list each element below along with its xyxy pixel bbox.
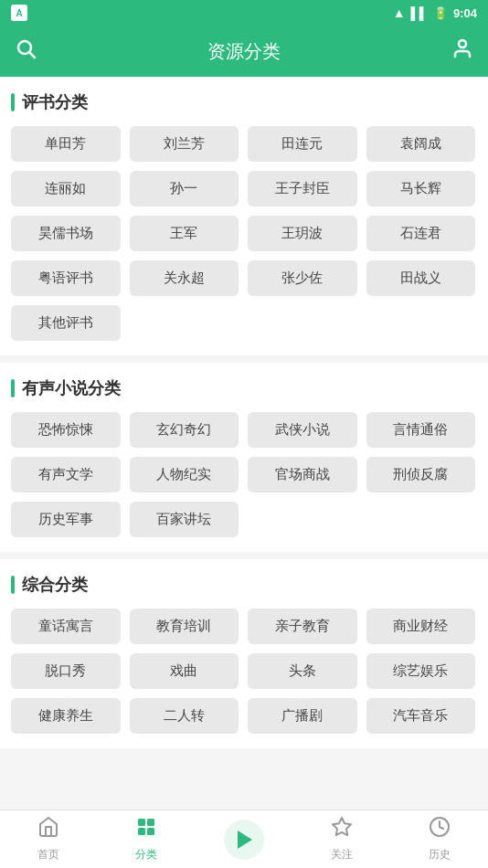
- nav-history-label: 历史: [429, 847, 451, 863]
- tag-item[interactable]: 脱口秀: [11, 653, 121, 689]
- tag-item[interactable]: 武侠小说: [248, 412, 357, 448]
- nav-play[interactable]: [196, 810, 293, 868]
- nav-home-label: 首页: [37, 847, 59, 863]
- play-triangle-icon: [238, 831, 252, 849]
- tag-item[interactable]: 孙一: [130, 171, 239, 206]
- nav-home[interactable]: 首页: [0, 810, 98, 868]
- tag-item[interactable]: 亲子教育: [248, 609, 357, 644]
- tag-item[interactable]: 石连君: [366, 216, 476, 251]
- tag-item[interactable]: 官场商战: [248, 457, 357, 492]
- svg-marker-7: [333, 818, 351, 835]
- tag-item[interactable]: 刑侦反腐: [366, 457, 476, 492]
- tag-item[interactable]: 田战义: [366, 260, 476, 296]
- tag-item[interactable]: 袁阔成: [366, 126, 476, 162]
- grid-icon: [135, 816, 157, 843]
- svg-rect-6: [147, 828, 154, 835]
- tag-item[interactable]: 历史军事: [11, 502, 121, 537]
- section-audionovel: 有声小说分类 恐怖惊悚 玄幻奇幻 武侠小说 言情通俗 有声文学 人物纪实 官场商…: [0, 363, 488, 552]
- star-icon: [331, 816, 353, 843]
- tag-item[interactable]: 昊儒书场: [11, 216, 121, 251]
- tag-item[interactable]: 张少佐: [248, 260, 357, 296]
- section-title-pingping: 评书分类: [11, 91, 477, 113]
- tag-item[interactable]: 商业财经: [366, 609, 476, 644]
- tag-item[interactable]: 田连元: [248, 126, 357, 162]
- nav-category-label: 分类: [135, 847, 157, 863]
- tag-item[interactable]: 其他评书: [11, 305, 121, 341]
- tag-item[interactable]: 二人转: [130, 698, 239, 734]
- tag-item[interactable]: 综艺娱乐: [366, 653, 476, 689]
- status-bar-right: ▲ ▌▌ 🔋 9:04: [393, 5, 477, 20]
- tag-grid-pingping: 单田芳 刘兰芳 田连元 袁阔成 连丽如 孙一 王子封臣 马长辉 昊儒书场 王军 …: [11, 126, 477, 348]
- home-icon: [37, 816, 59, 843]
- tag-item[interactable]: 恐怖惊悚: [11, 412, 121, 448]
- battery-icon: 🔋: [433, 6, 448, 20]
- wifi-icon: ▲: [393, 5, 406, 20]
- tag-item[interactable]: 百家讲坛: [130, 502, 239, 537]
- status-bar: A ▲ ▌▌ 🔋 9:04: [0, 0, 488, 26]
- tag-item[interactable]: 刘兰芳: [130, 126, 239, 162]
- tag-item[interactable]: 教育培训: [130, 609, 239, 644]
- page-title: 资源分类: [207, 39, 281, 64]
- app-header: 资源分类: [0, 26, 488, 77]
- tag-item[interactable]: 广播剧: [248, 698, 357, 734]
- tag-item[interactable]: 有声文学: [11, 457, 121, 492]
- tag-item[interactable]: 童话寓言: [11, 609, 121, 644]
- main-content: 评书分类 单田芳 刘兰芳 田连元 袁阔成 连丽如 孙一 王子封臣 马长辉 昊儒书…: [0, 77, 488, 820]
- clock-icon: [429, 816, 451, 843]
- time-display: 9:04: [453, 6, 477, 20]
- svg-point-2: [459, 40, 466, 48]
- svg-rect-5: [138, 828, 145, 835]
- nav-follow[interactable]: 关注: [292, 810, 390, 868]
- bottom-nav: 首页 分类 关注: [0, 810, 488, 868]
- svg-line-1: [30, 53, 36, 58]
- nav-history[interactable]: 历史: [390, 810, 488, 868]
- tag-item[interactable]: 粤语评书: [11, 260, 121, 296]
- tag-item[interactable]: 王军: [130, 216, 239, 251]
- nav-category[interactable]: 分类: [98, 810, 196, 868]
- tag-item[interactable]: 人物纪实: [130, 457, 239, 492]
- tag-item[interactable]: 言情通俗: [366, 412, 476, 448]
- signal-bars: ▌▌: [411, 6, 428, 20]
- tag-item[interactable]: 健康养生: [11, 698, 121, 734]
- tag-item[interactable]: 戏曲: [130, 653, 239, 689]
- nav-follow-label: 关注: [331, 847, 353, 863]
- tag-grid-audionovel: 恐怖惊悚 玄幻奇幻 武侠小说 言情通俗 有声文学 人物纪实 官场商战 刑侦反腐 …: [11, 412, 477, 545]
- tag-grid-integrated: 童话寓言 教育培训 亲子教育 商业财经 脱口秀 戏曲 头条 综艺娱乐 健康养生 …: [11, 609, 477, 741]
- tag-item[interactable]: 王玥波: [248, 216, 357, 251]
- section-title-integrated: 综合分类: [11, 574, 477, 596]
- tag-item[interactable]: 马长辉: [366, 171, 476, 206]
- tag-item[interactable]: 关永超: [130, 260, 239, 296]
- play-button[interactable]: [224, 820, 264, 860]
- tag-item[interactable]: 王子封臣: [248, 171, 357, 206]
- tag-item[interactable]: 头条: [248, 653, 357, 689]
- tag-item[interactable]: 单田芳: [11, 126, 121, 162]
- user-button[interactable]: [451, 37, 473, 65]
- search-button[interactable]: [15, 37, 37, 65]
- status-bar-left: A: [11, 5, 27, 21]
- section-pingping: 评书分类 单田芳 刘兰芳 田连元 袁阔成 连丽如 孙一 王子封臣 马长辉 昊儒书…: [0, 77, 488, 355]
- tag-item[interactable]: 玄幻奇幻: [130, 412, 239, 448]
- svg-rect-3: [138, 819, 145, 826]
- tag-item[interactable]: 连丽如: [11, 171, 121, 206]
- tag-item[interactable]: 汽车音乐: [366, 698, 476, 734]
- section-integrated: 综合分类 童话寓言 教育培训 亲子教育 商业财经 脱口秀 戏曲 头条 综艺娱乐 …: [0, 559, 488, 748]
- section-title-audionovel: 有声小说分类: [11, 377, 477, 399]
- notification-icon: A: [11, 5, 27, 21]
- svg-rect-4: [147, 819, 154, 826]
